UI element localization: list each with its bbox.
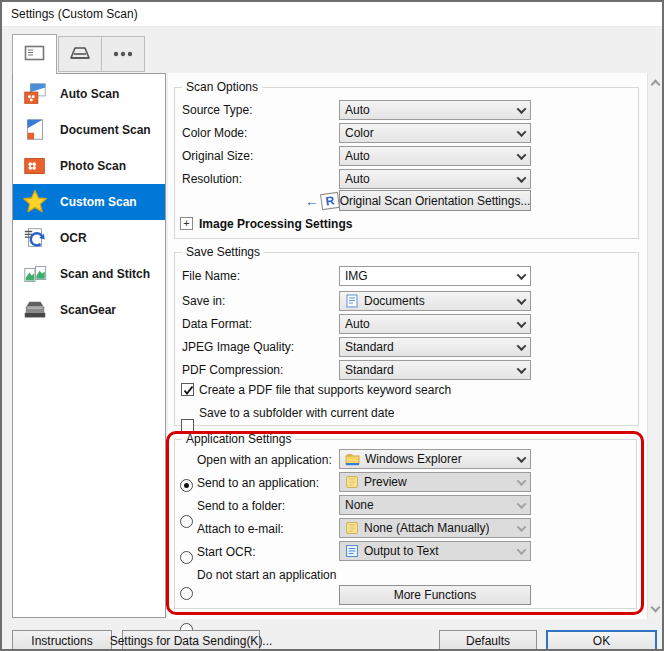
orientation-arrow-glyph: ←	[305, 191, 319, 211]
attach-to-email-label: Attach to e-mail:	[197, 519, 284, 539]
chevron-down-icon	[517, 476, 527, 486]
chevron-down-icon	[517, 173, 527, 183]
data-sending-settings-button-label: Settings for Data Sending(K)...	[110, 634, 273, 648]
data-format-value: Auto	[345, 317, 370, 331]
subfolder-date-label: Save to a subfolder with current date	[199, 403, 394, 423]
send-to-application-select: Preview	[339, 472, 531, 492]
app-icon	[345, 475, 359, 489]
image-processing-expander[interactable]: +	[180, 217, 193, 230]
scan-mode-sidebar: Auto Scan Document Scan Photo Scan Custo…	[12, 73, 166, 618]
plus-icon: +	[183, 218, 189, 229]
sidebar-item-document-scan[interactable]: Document Scan	[13, 112, 165, 148]
auto-scan-icon	[21, 80, 49, 108]
more-functions-button[interactable]: More Functions	[339, 585, 531, 605]
original-size-select[interactable]: Auto	[339, 146, 531, 166]
start-ocr-select: Output to Text	[339, 541, 531, 561]
subfolder-date-checkbox[interactable]	[181, 419, 194, 432]
sidebar-item-label: ScanGear	[60, 303, 116, 317]
attach-to-email-radio[interactable]	[180, 587, 193, 600]
chevron-down-icon	[517, 295, 527, 305]
tab-document-settings[interactable]	[12, 34, 57, 74]
save-settings-group-title: Save Settings	[182, 245, 264, 259]
text-document-icon	[345, 544, 359, 558]
send-to-application-label: Send to an application:	[197, 473, 319, 493]
orientation-r-glyph: R	[320, 192, 340, 210]
sidebar-item-auto-scan[interactable]: Auto Scan	[13, 76, 165, 112]
chevron-down-icon	[517, 545, 527, 555]
orientation-settings-button[interactable]: Original Scan Orientation Settings...	[339, 190, 531, 211]
open-with-application-value: Windows Explorer	[365, 452, 462, 466]
resolution-select[interactable]: Auto	[339, 169, 531, 189]
resolution-value: Auto	[345, 172, 370, 186]
jpeg-quality-label: JPEG Image Quality:	[182, 337, 294, 357]
settings-dialog: Settings (Custom Scan) Auto Scan Docume	[0, 0, 664, 651]
file-name-label: File Name:	[182, 266, 240, 286]
source-type-select[interactable]: Auto	[339, 100, 531, 120]
image-processing-label: Image Processing Settings	[199, 214, 352, 234]
send-to-folder-label: Send to a folder:	[197, 496, 285, 516]
ok-button[interactable]: OK	[546, 630, 657, 651]
source-type-value: Auto	[345, 103, 370, 117]
start-ocr-label: Start OCR:	[197, 542, 256, 562]
chevron-down-icon	[517, 127, 527, 137]
chevron-down-icon	[517, 104, 527, 114]
tab-scanner[interactable]	[58, 36, 102, 72]
data-sending-settings-button[interactable]: Settings for Data Sending(K)...	[122, 630, 260, 651]
chevron-down-icon	[517, 318, 527, 328]
open-with-application-label: Open with an application:	[197, 450, 332, 470]
ocr-icon	[21, 224, 49, 252]
send-to-application-value: Preview	[364, 475, 407, 489]
scan-and-stitch-icon	[21, 260, 49, 288]
document-settings-tab-icon	[24, 45, 45, 64]
documents-folder-icon	[345, 294, 359, 308]
scroll-up-icon[interactable]	[651, 80, 661, 90]
instructions-button[interactable]: Instructions	[12, 630, 112, 651]
more-tab-icon	[113, 47, 133, 61]
defaults-button[interactable]: Defaults	[439, 630, 537, 651]
jpeg-quality-select[interactable]: Standard	[339, 337, 531, 357]
instructions-button-label: Instructions	[31, 634, 92, 648]
pdf-keyword-search-checkbox[interactable]	[181, 383, 194, 396]
open-with-application-radio[interactable]	[180, 479, 193, 492]
vertical-scrollbar[interactable]	[647, 73, 663, 619]
pdf-compression-value: Standard	[345, 363, 394, 377]
source-type-label: Source Type:	[182, 100, 253, 120]
pdf-compression-label: PDF Compression:	[182, 360, 283, 380]
color-mode-value: Color	[345, 126, 374, 140]
tab-more[interactable]	[101, 36, 145, 72]
file-name-value: IMG	[345, 269, 368, 283]
sidebar-item-scangear[interactable]: ScanGear	[13, 292, 165, 328]
data-format-label: Data Format:	[182, 314, 252, 334]
scan-options-group-title: Scan Options	[182, 80, 262, 94]
sidebar-item-photo-scan[interactable]: Photo Scan	[13, 148, 165, 184]
scroll-down-icon[interactable]	[651, 603, 661, 613]
sidebar-item-label: Auto Scan	[60, 87, 119, 101]
document-scan-icon	[21, 116, 49, 144]
sidebar-item-label: Photo Scan	[60, 159, 126, 173]
custom-scan-star-icon	[21, 188, 49, 216]
attach-to-email-select: None (Attach Manually)	[339, 518, 531, 538]
send-to-folder-radio[interactable]	[180, 551, 193, 564]
defaults-button-label: Defaults	[466, 634, 510, 648]
ok-button-label: OK	[593, 634, 610, 648]
data-format-select[interactable]: Auto	[339, 314, 531, 334]
color-mode-select[interactable]: Color	[339, 123, 531, 143]
sidebar-item-label: Document Scan	[60, 123, 151, 137]
save-in-select[interactable]: Documents	[339, 291, 531, 311]
sidebar-item-scan-and-stitch[interactable]: Scan and Stitch	[13, 256, 165, 292]
file-name-input[interactable]: IMG	[339, 266, 531, 286]
sidebar-item-ocr[interactable]: OCR	[13, 220, 165, 256]
app-icon	[345, 521, 359, 535]
scangear-icon	[21, 296, 49, 324]
send-to-application-radio[interactable]	[180, 515, 193, 528]
sidebar-item-label: Custom Scan	[60, 195, 137, 209]
pdf-compression-select[interactable]: Standard	[339, 360, 531, 380]
send-to-folder-value: None	[345, 498, 374, 512]
sidebar-item-custom-scan[interactable]: Custom Scan	[13, 184, 165, 220]
open-with-application-select[interactable]: Windows Explorer	[339, 449, 531, 469]
scan-orientation-icon: ← R	[305, 191, 339, 211]
color-mode-label: Color Mode:	[182, 123, 247, 143]
resolution-label: Resolution:	[182, 169, 242, 189]
do-not-start-label: Do not start an application	[197, 565, 336, 585]
chevron-down-icon	[517, 499, 527, 509]
